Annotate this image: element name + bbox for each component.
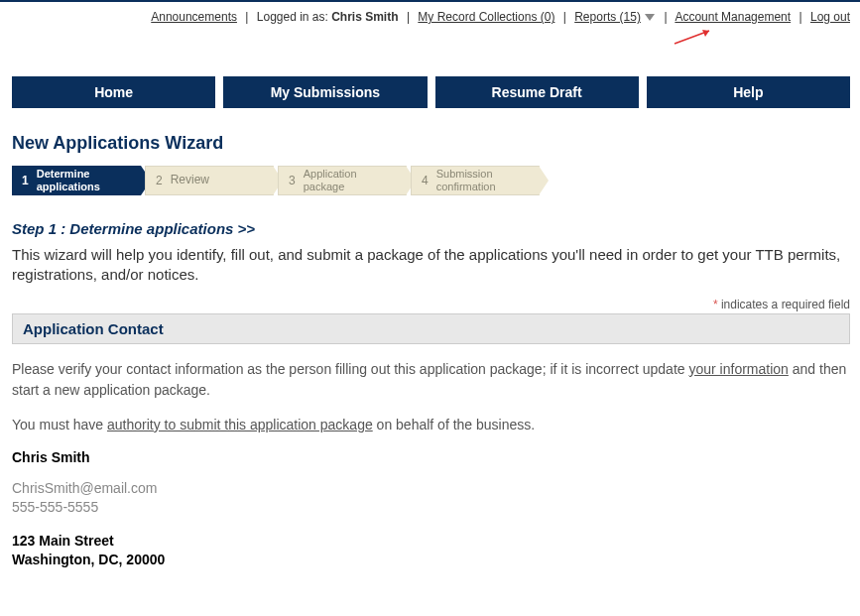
account-management-link[interactable]: Account Management <box>675 10 791 24</box>
nav-my-submissions[interactable]: My Submissions <box>223 76 427 108</box>
intro-text: This wizard will help you identify, fill… <box>12 245 850 286</box>
logged-in-label: Logged in as: Chris Smith <box>257 10 399 24</box>
top-utility-bar: Announcements | Logged in as: Chris Smit… <box>12 7 850 32</box>
separator: | <box>563 10 566 24</box>
separator: | <box>799 10 801 24</box>
required-field-note: * indicates a required field <box>12 298 850 311</box>
wizard-step-4[interactable]: 4 Submission confirmation <box>411 166 540 195</box>
verify-contact-text: Please verify your contact information a… <box>12 359 850 401</box>
separator: | <box>665 10 668 24</box>
svg-line-1 <box>675 31 709 44</box>
log-out-link[interactable]: Log out <box>810 10 850 24</box>
announcements-link[interactable]: Announcements <box>151 10 237 24</box>
your-information-link[interactable]: your information <box>688 361 788 377</box>
authority-text: You must have authority to submit this a… <box>12 415 850 435</box>
wizard-step-1[interactable]: 1 Determine applications <box>12 166 141 195</box>
nav-home[interactable]: Home <box>12 76 215 108</box>
contact-email: ChrisSmith@email.com <box>12 479 850 499</box>
svg-marker-0 <box>645 14 655 21</box>
my-collections-link[interactable]: My Record Collections (0) <box>418 10 554 24</box>
contact-address: 123 Main Street Washington, DC, 20000 <box>12 532 850 569</box>
section-header-contact: Application Contact <box>12 313 850 344</box>
wizard-step-3[interactable]: 3 Application package <box>278 166 407 195</box>
authority-link[interactable]: authority to submit this application pac… <box>107 417 373 432</box>
wizard-step-2[interactable]: 2 Review <box>145 166 274 195</box>
step-heading: Step 1 : Determine applications >> <box>12 220 850 237</box>
page-title: New Applications Wizard <box>12 133 850 154</box>
primary-nav: Home My Submissions Resume Draft Help <box>12 76 850 108</box>
nav-resume-draft[interactable]: Resume Draft <box>435 76 639 108</box>
contact-name: Chris Smith <box>12 449 850 465</box>
reports-link[interactable]: Reports (15) <box>574 10 641 24</box>
nav-help[interactable]: Help <box>647 76 850 108</box>
separator: | <box>407 10 410 24</box>
chevron-down-icon[interactable] <box>644 10 656 24</box>
contact-phone: 555-555-5555 <box>12 498 850 518</box>
separator: | <box>245 10 248 24</box>
wizard-progress: 1 Determine applications 2 Review 3 Appl… <box>12 166 850 195</box>
